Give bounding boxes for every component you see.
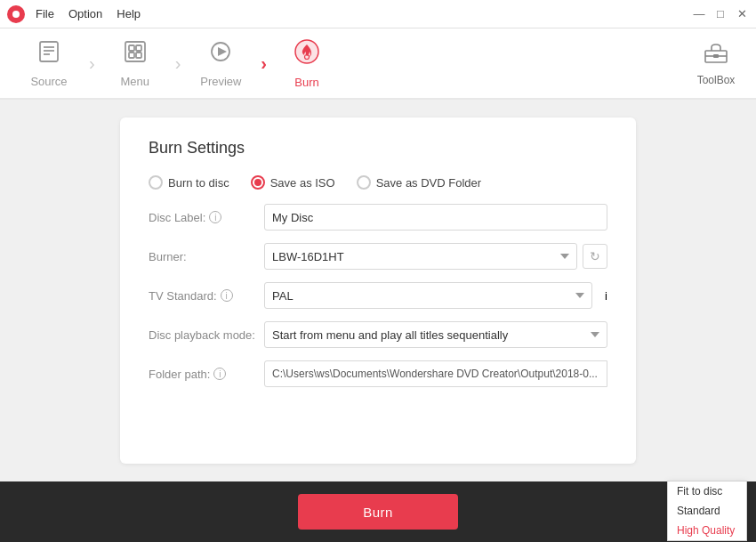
menu-option[interactable]: Option xyxy=(68,7,102,20)
folder-path-label: Folder path: i xyxy=(149,368,264,381)
svg-point-0 xyxy=(12,11,20,18)
disc-playback-label: Disc playback mode: xyxy=(149,328,264,342)
disc-playback-select[interactable]: Start from menu and play all titles sequ… xyxy=(264,321,607,348)
tv-standard-info[interactable]: i xyxy=(221,289,233,302)
toolbox-label: ToolBox xyxy=(697,74,736,86)
folder-path-display[interactable]: C:\Users\ws\Documents\Wondershare DVD Cr… xyxy=(264,360,607,387)
disc-label-row: Disc Label: i xyxy=(149,204,607,231)
folder-path-row: Folder path: i C:\Users\ws\Documents\Won… xyxy=(149,360,607,387)
settings-title: Burn Settings xyxy=(149,139,607,158)
settings-card: Burn Settings Burn to disc Save as ISO S… xyxy=(120,117,636,464)
titlebar-left: File Option Help xyxy=(7,5,141,23)
svg-rect-7 xyxy=(136,45,141,51)
titlebar: File Option Help — □ ✕ xyxy=(0,0,756,28)
tv-standard-select[interactable]: PAL NTSC xyxy=(264,282,592,309)
radio-label-iso: Save as ISO xyxy=(270,176,335,190)
svg-rect-9 xyxy=(136,53,141,58)
radio-save-dvd[interactable]: Save as DVD Folder xyxy=(357,175,482,190)
disc-playback-control: Start from menu and play all titles sequ… xyxy=(264,321,607,348)
quality-option-high[interactable]: High Quality xyxy=(668,521,746,540)
nav-sep-2: › xyxy=(175,28,181,98)
burn-icon xyxy=(294,38,320,70)
folder-path-control: C:\Users\ws\Documents\Wondershare DVD Cr… xyxy=(264,360,607,387)
burn-button[interactable]: Burn xyxy=(298,494,458,530)
minimize-button[interactable]: — xyxy=(692,7,706,20)
burn-label: Burn xyxy=(294,76,318,89)
source-label: Source xyxy=(30,75,67,88)
nav-item-preview[interactable]: Preview xyxy=(181,28,261,98)
quality-option-standard[interactable]: Standard xyxy=(668,501,746,521)
svg-marker-11 xyxy=(218,47,227,56)
tv-standard-label: TV Standard: i xyxy=(149,289,264,303)
burner-row: Burner: LBW-16D1HT ↻ xyxy=(149,243,607,270)
maximize-button[interactable]: □ xyxy=(713,7,728,20)
svg-rect-6 xyxy=(129,45,134,51)
close-button[interactable]: ✕ xyxy=(735,7,749,20)
burner-label: Burner: xyxy=(149,250,264,263)
disc-label-control xyxy=(264,204,607,231)
titlebar-menu: File Option Help xyxy=(36,7,141,20)
nav-sep-3: › xyxy=(261,28,267,98)
app-logo xyxy=(7,5,25,23)
main-content: Burn Settings Burn to disc Save as ISO S… xyxy=(0,100,756,481)
preview-label: Preview xyxy=(200,75,241,88)
disc-playback-row: Disc playback mode: Start from menu and … xyxy=(149,321,607,348)
nav-item-menu[interactable]: Menu xyxy=(95,28,175,98)
burner-select[interactable]: LBW-16D1HT xyxy=(264,243,577,270)
disc-label-label: Disc Label: i xyxy=(149,211,264,224)
nav-spacer xyxy=(347,28,671,98)
burner-control: LBW-16D1HT ↻ xyxy=(264,243,607,270)
svg-rect-17 xyxy=(713,54,719,58)
tv-select-wrap: PAL NTSC i xyxy=(264,282,607,309)
radio-save-iso[interactable]: Save as ISO xyxy=(251,175,335,190)
source-icon xyxy=(36,39,61,69)
nav-sep-1: › xyxy=(89,28,95,98)
quality-menu: Fit to disc Standard High Quality xyxy=(667,481,747,541)
preview-icon xyxy=(208,39,233,69)
window-controls: — □ ✕ xyxy=(692,7,749,20)
nav-item-source[interactable]: Source xyxy=(9,28,89,98)
radio-label-dvd: Save as DVD Folder xyxy=(376,176,482,190)
burner-refresh[interactable]: ↻ xyxy=(583,244,607,269)
menu-icon xyxy=(123,39,148,69)
menu-help[interactable]: Help xyxy=(117,7,141,20)
radio-circle-disc xyxy=(149,175,163,190)
toolbox-icon xyxy=(704,41,728,69)
radio-burn-disc[interactable]: Burn to disc xyxy=(149,175,229,190)
radio-label-disc: Burn to disc xyxy=(168,176,229,190)
nav-item-toolbox[interactable]: ToolBox xyxy=(685,28,747,98)
radio-circle-iso xyxy=(251,175,265,190)
disc-label-info[interactable]: i xyxy=(209,211,221,223)
nav-item-burn[interactable]: Burn xyxy=(267,28,347,98)
burn-bar: Burn xyxy=(0,481,756,542)
tv-standard-info2[interactable]: i xyxy=(605,289,607,303)
menu-file[interactable]: File xyxy=(36,7,54,20)
tv-standard-row: TV Standard: i PAL NTSC i xyxy=(149,282,607,309)
disc-label-input[interactable] xyxy=(264,204,607,231)
nav-bar: Source › Menu › Preview › xyxy=(0,28,756,100)
tv-standard-control: PAL NTSC i xyxy=(264,282,607,309)
svg-rect-5 xyxy=(125,42,145,61)
svg-rect-1 xyxy=(40,42,58,61)
svg-rect-8 xyxy=(129,53,134,58)
quality-option-fit[interactable]: Fit to disc xyxy=(668,481,746,501)
burner-select-wrap: LBW-16D1HT ↻ xyxy=(264,243,607,270)
radio-circle-dvd xyxy=(357,175,371,190)
radio-group: Burn to disc Save as ISO Save as DVD Fol… xyxy=(149,175,607,190)
folder-path-info[interactable]: i xyxy=(213,368,226,380)
menu-nav-label: Menu xyxy=(120,75,149,88)
